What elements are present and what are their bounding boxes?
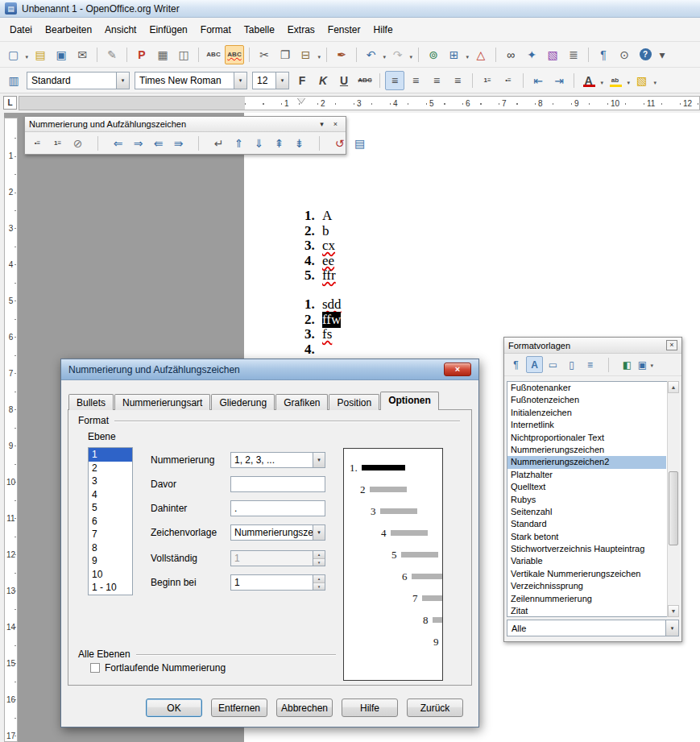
list-text[interactable]: b [322, 223, 329, 239]
style-item[interactable]: Stark betont [507, 531, 666, 543]
list-text[interactable]: ffr [322, 267, 336, 284]
level-item[interactable]: 5 [89, 501, 132, 515]
promote-with-subpoints-icon[interactable]: ⇚ [149, 134, 168, 152]
level-listbox[interactable]: 123456789101 - 10 [88, 447, 133, 595]
page-preview-icon[interactable]: ◫ [174, 45, 193, 64]
list-item[interactable]: 3. fs [304, 326, 342, 342]
close-button[interactable]: × [444, 363, 471, 376]
help-icon[interactable]: ? [636, 45, 655, 64]
hilfe-button[interactable]: Hilfe [342, 698, 398, 717]
after-input[interactable] [230, 500, 325, 516]
style-item[interactable]: Nummerierungszeichen [507, 444, 666, 456]
gallery-icon[interactable]: ▧ [543, 45, 562, 64]
horizontal-ruler[interactable]: 123456789101112 [19, 96, 700, 110]
menu-datei[interactable]: Datei [3, 20, 39, 39]
level-item[interactable]: 2 [89, 462, 132, 475]
paragraph-style-combo[interactable]: Standard ▾ [27, 72, 130, 89]
dialog-titlebar[interactable]: Nummerierung und Aufzählungszeichen × [61, 359, 478, 380]
dropdown-arrow-icon[interactable]: ▾ [313, 453, 325, 467]
tab-gliederung[interactable]: Gliederung [211, 394, 275, 410]
list-item[interactable]: 5. ffr [304, 267, 336, 283]
abbrechen-button[interactable]: Abbrechen [276, 698, 333, 717]
find-replace-icon[interactable]: ∞ [501, 45, 520, 64]
style-item[interactable]: Zitat [507, 605, 666, 617]
list-text[interactable]: ee [322, 253, 334, 269]
nonprinting-characters-icon[interactable]: ¶ [594, 45, 613, 64]
start-at-spinner[interactable]: 1 ▴ ▾ [230, 574, 325, 591]
dropdown-arrow-icon[interactable]: ▾ [665, 620, 678, 636]
numbering-toolbar-titlebar[interactable]: Nummerierung und Aufzählungszeichen ▾ × [25, 117, 346, 132]
new-style-from-selection-icon[interactable]: ▣ [637, 356, 654, 373]
zurueck-button[interactable]: Zurück [407, 698, 463, 717]
cut-icon[interactable]: ✂ [255, 45, 274, 64]
frame-styles-icon[interactable]: ▭ [545, 356, 561, 373]
scrollbar[interactable]: ▲ ▼ [667, 381, 679, 617]
bullets-on-off-icon[interactable]: •≡ [28, 134, 47, 152]
level-item[interactable]: 9 [89, 554, 132, 568]
level-item[interactable]: 4 [89, 488, 132, 502]
open-icon[interactable]: ▤ [31, 45, 50, 64]
list-text[interactable]: cx [322, 238, 335, 254]
styles-window-icon[interactable]: ▥ [4, 71, 23, 90]
export-pdf-icon[interactable]: P [132, 45, 151, 64]
redo-icon[interactable]: ↷ [388, 45, 413, 64]
character-styles-icon[interactable]: A [526, 356, 543, 373]
paste-icon[interactable]: ⊟ [296, 45, 321, 64]
styles-panel-titlebar[interactable]: Formatvorlagen × [504, 338, 681, 354]
insert-unnumbered-entry-icon[interactable]: ↵ [209, 134, 228, 152]
list-item[interactable]: 3. cx [304, 238, 336, 253]
fill-format-mode-icon[interactable]: ◧ [619, 356, 636, 373]
close-icon[interactable]: × [329, 118, 342, 130]
numbered-list-icon[interactable]: 1≡ [478, 71, 497, 90]
scrollbar-thumb[interactable] [669, 471, 678, 545]
background-color-icon[interactable]: ▧ [632, 71, 657, 90]
align-right-icon[interactable]: ≡ [427, 71, 446, 90]
style-item[interactable]: Vertikale Nummerierungszeichen [507, 568, 666, 580]
spellcheck-icon[interactable]: ABC [204, 45, 223, 64]
move-up-icon[interactable]: ⇑ [230, 134, 248, 152]
align-left-icon[interactable]: ≡ [385, 71, 404, 90]
hyperlink-icon[interactable]: ⊚ [424, 45, 443, 64]
decrease-indent-icon[interactable]: ⇤ [528, 71, 548, 90]
vertical-ruler[interactable]: 1234567891011121314151617 [4, 118, 18, 742]
list-item[interactable]: 1. A [304, 208, 336, 223]
dropdown-arrow-icon[interactable]: ▾ [275, 73, 288, 89]
style-item[interactable]: Platzhalter [507, 469, 666, 481]
numbering-dialog-icon[interactable]: ▤ [350, 134, 369, 152]
spin-down-icon[interactable]: ▾ [313, 583, 325, 591]
char-style-select[interactable]: Nummerierungszeichen ▾ [230, 524, 325, 541]
list-item[interactable]: 2. b [304, 223, 336, 238]
list-text[interactable]: ffw [322, 312, 341, 328]
level-item[interactable]: 8 [89, 541, 132, 555]
format-paintbrush-icon[interactable]: ✒ [332, 45, 351, 64]
style-item[interactable]: Standard [507, 518, 666, 530]
new-document-icon[interactable]: ▢ [4, 45, 29, 64]
numbering-select[interactable]: 1, 2, 3, ... ▾ [230, 452, 325, 468]
italic-icon[interactable]: K [313, 71, 333, 90]
move-up-with-subpoints-icon[interactable]: ⇞ [270, 134, 288, 152]
font-size-combo[interactable]: 12 ▾ [252, 72, 289, 89]
list-item[interactable]: 1. sdd [304, 296, 342, 312]
list-item[interactable]: 2. ffw [304, 312, 342, 327]
strikethrough-icon[interactable]: ABC [355, 71, 375, 90]
dropdown-arrow-icon[interactable]: ▾ [116, 73, 129, 89]
data-sources-icon[interactable]: ≣ [564, 45, 583, 64]
dropdown-arrow-icon[interactable]: ▾ [234, 73, 246, 89]
list-item[interactable]: 4. ee [304, 253, 336, 268]
toolbar-menu-icon[interactable]: ▾ [316, 118, 328, 130]
paragraph-styles-icon[interactable]: ¶ [507, 356, 524, 373]
tab-nummerierungsart[interactable]: Nummerierungsart [114, 394, 210, 410]
align-center-icon[interactable]: ≡ [406, 71, 425, 90]
style-item[interactable]: Stichwortverzeichnis Haupteintrag [507, 543, 666, 555]
style-item[interactable]: Verzeichnissprung [507, 580, 666, 592]
email-icon[interactable]: ✉ [72, 45, 92, 64]
before-input[interactable] [230, 476, 325, 492]
toolbar-options-icon[interactable]: ▾ [657, 45, 668, 64]
list-styles-icon[interactable]: ≡ [582, 356, 599, 373]
tab-bullets[interactable]: Bullets [68, 394, 114, 410]
ok-button[interactable]: OK [146, 698, 202, 717]
navigator-icon[interactable]: ✦ [522, 45, 541, 64]
style-item[interactable]: Rubys [507, 494, 666, 506]
menu-bearbeiten[interactable]: Bearbeiten [39, 20, 98, 39]
undo-icon[interactable]: ↶ [362, 45, 387, 64]
